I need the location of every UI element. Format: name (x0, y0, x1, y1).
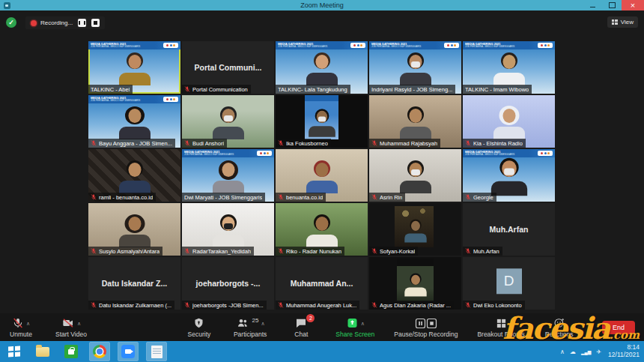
pause-stop-recording-button[interactable]: Pause/Stop Recording (394, 317, 458, 338)
taskbar-clock[interactable]: 8:14 12/11/2021 (608, 344, 640, 359)
name-label: Riko - Radar Nunukan (276, 247, 344, 256)
file-explorer-button[interactable] (33, 343, 52, 361)
participant-tile[interactable]: MEDIA GATHERING 2021 JOB PERTAMINA - MED… (182, 149, 274, 202)
participant-tile[interactable]: MEDIA GATHERING 2021 JOB PERTAMINA - MED… (88, 41, 180, 94)
network-icon[interactable] (581, 349, 591, 355)
participant-tile[interactable]: D Dwi Eko Lokononto (463, 257, 555, 310)
participant-name: Muhammad Anugerah Luk... (286, 302, 356, 309)
participant-tile[interactable]: Ika Fokusborneo (276, 95, 368, 148)
zoom-taskbar-button[interactable] (118, 343, 138, 361)
pause-recording-button[interactable] (78, 19, 86, 27)
chrome-button[interactable] (90, 343, 109, 361)
name-label: Muh.Arfan (463, 247, 502, 256)
muted-mic-icon (91, 248, 97, 254)
close-button[interactable] (622, 0, 644, 10)
system-tray: 8:14 12/11/2021 (560, 344, 640, 359)
participant-tile[interactable]: Sofyan-Korkal (369, 203, 461, 256)
chat-button[interactable]: 2 Chat (286, 317, 316, 338)
participant-name: benuanta.co.id (286, 194, 323, 201)
participant-tile[interactable]: MEDIA GATHERING 2021 JOB PERTAMINA - MED… (369, 41, 461, 94)
face-mask (224, 115, 233, 121)
name-label: TALKINC- Lala Tangkudung (276, 85, 350, 94)
participant-tile[interactable]: Muhammad Rajabsyah (369, 95, 461, 148)
participant-tile[interactable]: Asrin Rin (369, 149, 461, 202)
chevron-up-icon[interactable] (261, 321, 265, 326)
participant-tile[interactable]: MEDIA GATHERING 2021 JOB PERTAMINA - MED… (463, 149, 555, 202)
start-video-button[interactable]: Start Video (55, 317, 87, 338)
participant-silhouette (117, 106, 153, 139)
windows-store-button[interactable] (61, 343, 81, 361)
participant-tile[interactable]: Susylo Asmalyah/Antara (88, 203, 180, 256)
participants-button[interactable]: 25 Participants (234, 317, 267, 338)
weather-icon[interactable] (570, 349, 576, 355)
folder-icon (36, 347, 49, 357)
start-button[interactable] (4, 343, 24, 361)
participant-tile[interactable]: MEDIA GATHERING 2021 JOB PERTAMINA - MED… (88, 95, 180, 148)
windows-taskbar: 8:14 12/11/2021 (0, 341, 644, 362)
participant-tile[interactable]: Kia - Elshinta Radio (463, 95, 555, 148)
breakout-rooms-icon (496, 318, 507, 329)
unmute-button[interactable]: Unmute (6, 317, 36, 338)
participant-name: Indriyani Rasyid - JOB Simeng... (371, 86, 452, 93)
virtual-background-banner: MEDIA GATHERING 2021 JOB PERTAMINA - MED… (463, 41, 555, 49)
chevron-up-icon[interactable] (77, 321, 81, 326)
participant-name: Dwi Maryati - JOB Simenggaris (184, 194, 262, 201)
participant-name: Georgie (473, 194, 493, 201)
participant-tile[interactable]: benuanta.co.id (276, 149, 368, 202)
participant-tile[interactable]: Budi Anshori (182, 95, 274, 148)
participant-silhouette (491, 106, 527, 139)
participant-silhouette (117, 160, 153, 193)
participant-tile[interactable]: Datu Iskandar Z... Datu Iskandar Zulkarn… (88, 257, 180, 310)
stop-recording-button[interactable] (91, 19, 100, 27)
participant-name: TALKINC- Lala Tangkudung (278, 86, 347, 93)
notepad-icon (151, 346, 162, 358)
muted-mic-icon (371, 194, 377, 200)
name-label: Kia - Elshinta Radio (463, 139, 526, 148)
muted-mic-icon (465, 140, 471, 146)
end-meeting-button[interactable]: End (602, 321, 635, 334)
muted-mic-icon (465, 248, 471, 254)
reactions-button[interactable]: Reactions (544, 317, 574, 338)
participant-silhouette (304, 160, 340, 193)
participant-silhouette (210, 160, 246, 193)
name-label: Sofyan-Korkal (369, 247, 418, 256)
chevron-up-icon[interactable] (361, 321, 365, 326)
participant-tile[interactable]: RadarTarakan_Yedidah (182, 203, 274, 256)
maximize-icon (609, 2, 616, 8)
participant-name: TALKINC - Imam Wibowo (465, 86, 529, 93)
name-label: Agus Dian Zakaria (Radar ... (369, 301, 454, 310)
participant-name: Sofyan-Korkal (380, 248, 415, 255)
view-button[interactable]: View (607, 16, 638, 28)
share-screen-icon (346, 317, 359, 329)
recording-dot-icon (31, 20, 37, 26)
face-mask (318, 117, 325, 122)
participant-tile[interactable]: Riko - Radar Nunukan (276, 203, 368, 256)
participant-tile[interactable]: joeharborgots -... joeharborgots -JOB Si… (182, 257, 274, 310)
participant-tile[interactable]: ramli - benuanta.co.id (88, 149, 180, 202)
participant-tile[interactable]: MEDIA GATHERING 2021 JOB PERTAMINA - MED… (276, 41, 368, 94)
security-button[interactable]: Security (184, 317, 214, 338)
tray-expand-icon[interactable] (560, 349, 565, 355)
participant-name: TALKINC - Abel (91, 86, 130, 93)
name-label: Budi Anshori (182, 139, 227, 148)
chevron-up-icon[interactable] (26, 321, 30, 326)
participant-silhouette (488, 158, 529, 196)
airplane-mode-icon[interactable] (596, 349, 601, 355)
muted-mic-icon (278, 194, 284, 200)
zoom-meeting-window: Zoom Meeting Recording... View MEDIA GAT… (0, 0, 644, 362)
virtual-background-banner: MEDIA GATHERING 2021 JOB PERTAMINA - MED… (369, 41, 461, 49)
participant-tile[interactable]: MEDIA GATHERING 2021 JOB PERTAMINA - MED… (463, 41, 555, 94)
breakout-rooms-button[interactable]: Breakout Rooms (477, 317, 524, 338)
virtual-background-banner: MEDIA GATHERING 2021 JOB PERTAMINA - MED… (463, 149, 555, 157)
share-screen-button[interactable]: Share Screen (335, 317, 374, 338)
banner-logos (350, 43, 365, 48)
maximize-button[interactable] (602, 0, 622, 10)
muted-mic-icon (184, 302, 190, 308)
participant-silhouette (304, 52, 340, 85)
participant-tile[interactable]: Muh.Arfan Muh.Arfan (463, 203, 555, 256)
notepad-button[interactable] (147, 343, 166, 361)
minimize-button[interactable] (583, 0, 602, 10)
participant-tile[interactable]: Agus Dian Zakaria (Radar ... (369, 257, 461, 310)
participant-tile[interactable]: Portal Communi... Portal Communication (182, 41, 274, 94)
participant-tile[interactable]: Muhammad An... Muhammad Anugerah Luk... (276, 257, 368, 310)
